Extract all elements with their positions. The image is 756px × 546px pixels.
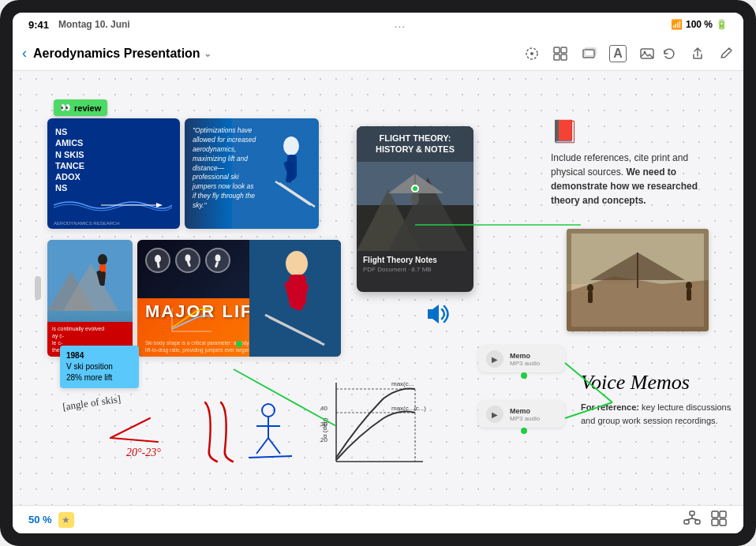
- svg-line-64: [110, 418, 150, 438]
- document-title: Aerodynamics Presentation: [33, 47, 200, 61]
- battery-icon: 🔋: [716, 19, 728, 30]
- svg-point-33: [215, 255, 221, 262]
- status-bar: 9:41 Montag 10. Juni ... 📶 100 % 🔋: [13, 13, 743, 36]
- hierarchy-button[interactable]: [683, 510, 701, 530]
- status-dots: ...: [395, 21, 406, 29]
- pdf-title: FLIGHT THEORY: HISTORY & NOTES: [357, 126, 473, 162]
- svg-point-16: [283, 136, 299, 155]
- svg-rect-34: [215, 261, 219, 268]
- references-note: 📕 Include references, cite print and phy…: [551, 118, 709, 208]
- stack-button[interactable]: [581, 46, 597, 62]
- svg-point-1: [530, 52, 533, 55]
- green-dot-slide4: [236, 341, 242, 347]
- play-button-2[interactable]: ▶: [486, 406, 503, 423]
- voice-memos-text: For reference: key lecture discussions a…: [581, 401, 739, 427]
- svg-rect-84: [690, 511, 694, 515]
- lasso-tool-button[interactable]: [524, 46, 540, 62]
- grid-view-bottom-button[interactable]: [710, 510, 728, 530]
- canvas-area[interactable]: 👀 review NS AMICS N SKIS TANCE ADOX NS: [13, 71, 743, 505]
- svg-point-36: [286, 251, 308, 276]
- sticky-position: V ski position: [66, 361, 133, 372]
- grid-view-button[interactable]: [552, 46, 568, 62]
- slide-quote[interactable]: "Optimizations have allowed for increase…: [185, 118, 319, 229]
- svg-line-72: [249, 456, 292, 458]
- svg-point-31: [185, 255, 191, 262]
- chart-svg: 40 30 20 α (deg) max(c... max(c.../c...): [320, 375, 431, 477]
- memo1-type: MP3 audio: [510, 360, 540, 367]
- svg-rect-90: [712, 511, 718, 518]
- edit-button[interactable]: [718, 46, 734, 62]
- review-sticky[interactable]: 👀 review: [54, 99, 107, 116]
- sticky-lift: 28% more lift: [66, 372, 133, 383]
- book-icon: 📕: [551, 118, 709, 144]
- review-label: review: [74, 103, 101, 113]
- memo2-label: Memo: [510, 407, 540, 415]
- svg-rect-91: [720, 511, 726, 518]
- title-chevron: ⌄: [204, 48, 211, 59]
- blue-sticky-note[interactable]: 1984 V ski position 28% more lift: [60, 346, 139, 388]
- slide-major-lift[interactable]: MAJOR LIFT Ski body shape is a critical …: [137, 240, 341, 357]
- zoom-level[interactable]: 50 %: [28, 514, 52, 525]
- svg-point-29: [155, 255, 161, 263]
- image-button[interactable]: [639, 46, 655, 62]
- pdf-meta: PDF Document · 8.7 MB: [363, 266, 467, 273]
- history-button[interactable]: [661, 46, 677, 62]
- scroll-indicator: [35, 276, 41, 300]
- svg-text:max(c.../c...): max(c.../c...): [391, 405, 426, 412]
- svg-line-88: [687, 518, 692, 520]
- pdf-info: Flight Theory Notes PDF Document · 8.7 M…: [357, 251, 473, 278]
- ski-icon-2: [175, 248, 200, 273]
- svg-rect-3: [561, 47, 567, 53]
- svg-line-70: [256, 438, 268, 454]
- star-badge: ★: [58, 512, 74, 528]
- toolbar: ‹ Aerodynamics Presentation ⌄ A: [13, 36, 743, 71]
- back-chevron: ‹: [22, 45, 27, 62]
- ipad-frame: 9:41 Montag 10. Juni ... 📶 100 % 🔋 ‹ Aer…: [0, 0, 756, 546]
- sticky-year: 1984: [66, 350, 133, 361]
- svg-rect-32: [187, 260, 192, 267]
- pdf-cover: FLIGHT THEORY: HISTORY & NOTES: [357, 126, 473, 251]
- review-emoji: 👀: [60, 103, 71, 113]
- svg-rect-5: [561, 54, 567, 60]
- svg-text:20°-23°: 20°-23°: [126, 447, 161, 458]
- voice-memos-section: Voice Memos For reference: key lecture d…: [581, 371, 739, 427]
- slide1-text: NS AMICS N SKIS TANCE ADOX NS: [55, 126, 172, 194]
- svg-line-65: [110, 438, 158, 442]
- svg-text:α (deg): α (deg): [321, 417, 328, 438]
- note-text: Include references, cite print and physi…: [551, 151, 709, 208]
- pdf-card[interactable]: FLIGHT THEORY: HISTORY & NOTES Flight Th…: [357, 126, 473, 292]
- svg-rect-86: [695, 520, 700, 524]
- handwriting-svg: [angle of skis] 20°-23°: [47, 387, 316, 481]
- pdf-filename: Flight Theory Notes: [363, 256, 467, 264]
- slide2-quote-text: "Optimizations have allowed for increase…: [185, 118, 265, 219]
- play-button-1[interactable]: ▶: [486, 350, 503, 368]
- wifi-icon: 📶: [671, 19, 683, 30]
- share-button[interactable]: [690, 46, 705, 62]
- svg-marker-62: [428, 305, 439, 323]
- green-dot-memo2: [521, 428, 527, 434]
- svg-text:[angle of skis]: [angle of skis]: [62, 393, 122, 413]
- svg-line-89: [692, 518, 698, 520]
- slide1-footer: AERODYNAMICS RESEARCH: [54, 221, 120, 226]
- slide-aerodynamics[interactable]: NS AMICS N SKIS TANCE ADOX NS AERODYNAMI…: [47, 118, 180, 229]
- status-time: 9:41: [28, 19, 49, 31]
- svg-rect-2: [554, 47, 560, 53]
- battery-text: 100 %: [686, 19, 713, 30]
- svg-rect-85: [684, 520, 689, 524]
- green-dot-memo1: [521, 372, 527, 379]
- svg-rect-30: [157, 261, 160, 267]
- text-button[interactable]: A: [609, 45, 627, 62]
- svg-text:max(c...: max(c...: [391, 380, 414, 387]
- historical-photo: [567, 229, 709, 331]
- memo-item-2[interactable]: ▶ Memo MP3 audio: [478, 401, 565, 428]
- svg-rect-61: [567, 229, 709, 331]
- skier-photo: [249, 240, 341, 357]
- svg-rect-4: [554, 54, 560, 60]
- back-button[interactable]: ‹: [22, 45, 27, 62]
- memo-item-1[interactable]: ▶ Memo MP3 audio: [478, 346, 565, 372]
- slide-red[interactable]: is continually evolveday c-le c-ther: [47, 240, 133, 357]
- green-dot-pdf: [411, 185, 419, 193]
- ski-icon-3: [205, 248, 230, 273]
- slide3-content: is continually evolveday c-le c-ther: [47, 240, 133, 357]
- wave-graphic: [54, 197, 172, 213]
